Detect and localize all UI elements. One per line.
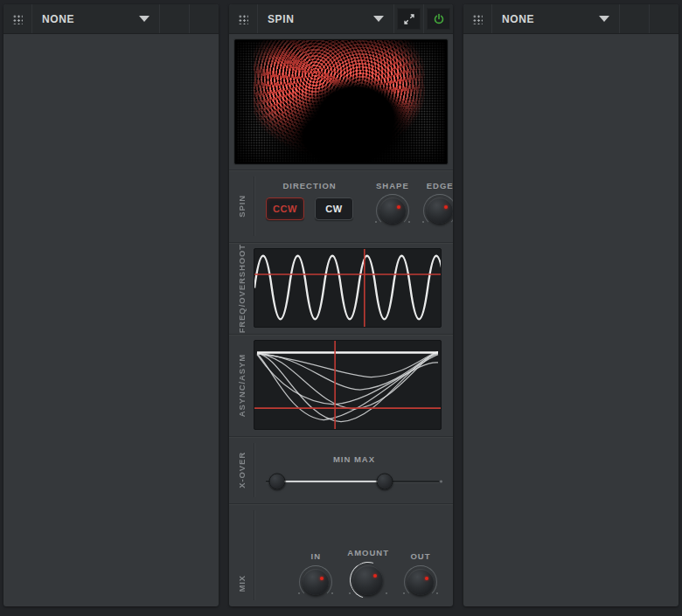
out-knob[interactable] (407, 569, 434, 595)
edge-group: EDGE (427, 181, 453, 224)
amount-group: AMOUNT (347, 548, 389, 595)
section-label-async: ASYNC/ASYM (232, 335, 252, 436)
section-label-spin: SPIN (232, 170, 252, 242)
slider-min-handle[interactable] (269, 474, 286, 490)
direction-buttons: CCW CW (266, 197, 353, 220)
section-spin: SPIN DIRECTION CCW CW SHAPE (229, 170, 453, 242)
empty-module-body (463, 34, 679, 606)
knob-indicator-dot (425, 577, 428, 580)
slider-end-tick (440, 481, 442, 483)
in-knob-wrap (303, 569, 329, 595)
section-xover: X-OVER MIN MAX (229, 436, 453, 503)
knob-arc (299, 565, 332, 599)
mix-controls-row: IN AMOUNT (303, 548, 434, 595)
knob-indicator-dot (397, 205, 400, 209)
edge-knob[interactable] (427, 197, 453, 224)
section-label-mix: MIX (232, 504, 252, 606)
knob-min-tick (298, 592, 300, 594)
dropdown-arrow-icon (139, 16, 150, 22)
module-rack: NONE SPIN (0, 0, 682, 616)
spin-controls-row: DIRECTION CCW CW SHAPE (266, 181, 444, 224)
knob-max-tick (386, 592, 387, 594)
module-slot-right: NONE (463, 4, 679, 606)
freq-overshoot-editor[interactable] (254, 248, 442, 328)
knob-arc (404, 565, 437, 599)
direction-group: DIRECTION CCW CW (266, 181, 353, 220)
xover-controls: MIN MAX (266, 437, 442, 503)
power-button[interactable] (427, 8, 450, 30)
section-freq-overshoot: FREQ/OVERSHOOT (229, 242, 453, 334)
slider-max-handle[interactable] (377, 474, 393, 490)
async-curves-display (254, 341, 441, 429)
expand-button[interactable] (397, 8, 421, 30)
slot-header-right: NONE (463, 4, 679, 34)
knob-max-tick (331, 592, 333, 594)
drag-handle-icon (238, 14, 248, 24)
module-selector-left[interactable]: NONE (32, 4, 160, 33)
knob-max-tick (436, 592, 438, 594)
module-slot-left: NONE (3, 4, 219, 606)
knob-min-tick (349, 592, 351, 594)
power-button-cell (424, 4, 453, 33)
out-label: OUT (410, 551, 430, 561)
async-asym-editor[interactable] (254, 340, 442, 430)
knob-max-tick (408, 221, 410, 223)
direction-label: DIRECTION (282, 181, 336, 190)
spin-visualizer-screen (234, 39, 448, 164)
module-selector-label: NONE (42, 13, 74, 25)
knob-min-tick (375, 221, 377, 223)
ccw-button[interactable]: CCW (266, 197, 304, 220)
drag-handle[interactable] (3, 4, 32, 33)
drag-handle[interactable] (229, 4, 258, 33)
section-label-xover: X-OVER (232, 437, 252, 503)
edge-label: EDGE (427, 181, 453, 190)
amount-label: AMOUNT (347, 548, 389, 557)
section-divider (254, 510, 254, 600)
dropdown-arrow-icon (599, 16, 609, 22)
module-spin: SPIN (229, 4, 453, 606)
knob-arc (376, 194, 409, 227)
xover-range-slider[interactable] (266, 474, 442, 489)
drag-handle[interactable] (463, 4, 492, 33)
knob-arc (423, 194, 453, 227)
section-mix: MIX IN AMOUNT (229, 503, 453, 606)
knob-value-arc (344, 556, 393, 606)
amount-knob-wrap (353, 565, 383, 595)
slider-active-range (277, 481, 385, 482)
knob-min-tick (422, 221, 424, 223)
amount-knob[interactable] (353, 565, 383, 595)
drag-handle-icon (12, 14, 23, 24)
drag-handle-icon (472, 14, 483, 24)
edge-knob-wrap (427, 197, 453, 224)
cw-button[interactable]: CW (315, 197, 353, 220)
section-divider (254, 443, 254, 497)
module-selector-label: SPIN (268, 13, 294, 25)
crt-vignette (235, 40, 447, 163)
module-selector-right[interactable]: NONE (492, 4, 620, 33)
slot-header-left: NONE (3, 4, 219, 34)
knob-indicator-dot (444, 205, 448, 209)
shape-knob[interactable] (379, 197, 406, 224)
header-slot-empty (160, 4, 190, 33)
in-label: IN (311, 551, 322, 561)
out-group: OUT (407, 551, 434, 595)
min-max-label: MIN MAX (266, 454, 442, 464)
header-slot-empty (650, 4, 679, 33)
out-knob-wrap (407, 569, 434, 595)
knob-indicator-dot (320, 577, 324, 580)
expand-icon (403, 13, 415, 25)
shape-label: SHAPE (376, 181, 409, 190)
section-async-asym: ASYNC/ASYM (229, 334, 453, 436)
module-selector-spin[interactable]: SPIN (258, 4, 394, 33)
header-slot-empty (620, 4, 650, 33)
header-slot-empty (190, 4, 219, 33)
shape-knob-wrap (379, 197, 406, 224)
expand-button-cell (394, 4, 424, 33)
dropdown-arrow-icon (373, 16, 384, 22)
shape-group: SHAPE (376, 181, 409, 224)
freq-wave-display (254, 249, 441, 327)
power-icon (433, 13, 445, 25)
in-knob[interactable] (303, 569, 329, 595)
section-divider (254, 176, 254, 236)
module-selector-label: NONE (502, 13, 534, 25)
